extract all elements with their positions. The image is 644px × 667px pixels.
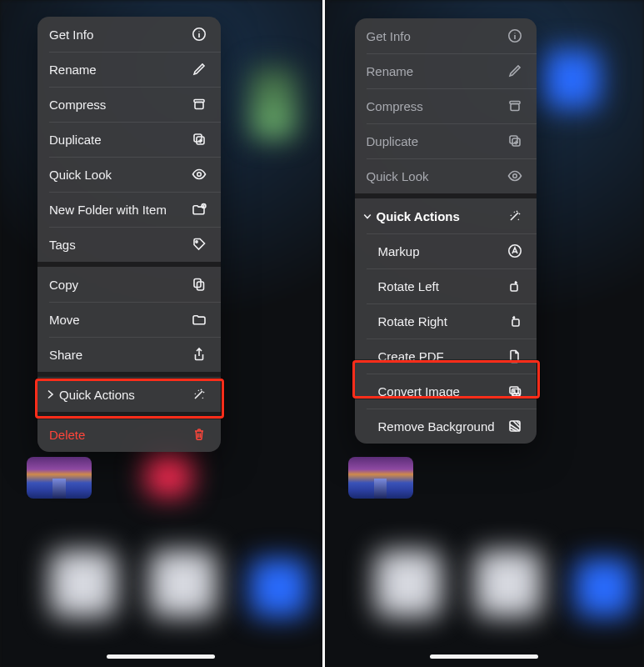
menu-item-get-info[interactable]: Get Info bbox=[37, 17, 221, 52]
context-menu: Get Info Rename Compress Duplicate Quick… bbox=[37, 17, 221, 452]
menu-label: Convert Image bbox=[367, 384, 460, 399]
menu-label: Copy bbox=[49, 278, 78, 292]
menu-label: Compress bbox=[49, 98, 106, 112]
menu-item-duplicate[interactable]: Duplicate bbox=[355, 123, 537, 158]
menu-label: Quick Actions bbox=[59, 388, 135, 402]
wand-icon bbox=[507, 208, 523, 224]
tag-icon bbox=[191, 236, 207, 253]
context-menu-expanded: Get Info Rename Compress Duplicate Quick… bbox=[355, 18, 537, 444]
selected-image-thumbnail[interactable] bbox=[348, 457, 413, 499]
rotate-left-icon bbox=[507, 278, 523, 294]
menu-section-quick-actions-expanded: Quick Actions Markup Rotate Left Rotate … bbox=[355, 193, 537, 444]
menu-section-quick-actions: Quick Actions bbox=[37, 372, 221, 412]
folder-plus-icon bbox=[191, 201, 207, 218]
rotate-right-icon bbox=[507, 313, 523, 329]
trash-icon bbox=[191, 426, 207, 443]
home-indicator bbox=[430, 654, 538, 659]
menu-label: Rotate Left bbox=[367, 279, 439, 293]
menu-item-quick-actions[interactable]: Quick Actions bbox=[37, 377, 221, 412]
bg-blob bbox=[542, 50, 600, 108]
menu-item-rotate-left[interactable]: Rotate Left bbox=[355, 268, 537, 303]
menu-label: Rename bbox=[367, 64, 414, 78]
menu-label: Duplicate bbox=[49, 133, 102, 147]
home-indicator bbox=[107, 654, 215, 659]
menu-label: Rename bbox=[49, 63, 97, 77]
menu-label: Compress bbox=[367, 99, 423, 113]
bg-dock-item bbox=[575, 559, 633, 617]
archive-icon bbox=[507, 98, 523, 114]
menu-item-remove-background[interactable]: Remove Background bbox=[355, 409, 537, 444]
menu-item-duplicate[interactable]: Duplicate bbox=[37, 122, 221, 157]
menu-label: Share bbox=[49, 348, 82, 362]
eye-icon bbox=[507, 168, 523, 184]
bg-dock-item bbox=[250, 559, 308, 617]
menu-label: Get Info bbox=[49, 28, 93, 42]
menu-item-markup[interactable]: Markup bbox=[355, 233, 537, 268]
menu-item-tags[interactable]: Tags bbox=[37, 227, 221, 262]
svg-point-12 bbox=[514, 33, 515, 33]
menu-label: Quick Actions bbox=[377, 209, 460, 223]
svg-point-1 bbox=[198, 31, 199, 32]
menu-label: Move bbox=[49, 313, 80, 327]
menu-item-rename[interactable]: Rename bbox=[355, 53, 537, 88]
wand-icon bbox=[191, 386, 207, 403]
menu-label: Markup bbox=[367, 244, 420, 258]
images-icon bbox=[507, 383, 523, 399]
pencil-icon bbox=[191, 61, 207, 78]
menu-item-delete[interactable]: Delete bbox=[37, 417, 221, 452]
markup-icon bbox=[507, 243, 523, 259]
selected-image-thumbnail[interactable] bbox=[27, 457, 92, 499]
svg-rect-20 bbox=[512, 319, 519, 326]
menu-label: Remove Background bbox=[367, 419, 495, 434]
svg-rect-3 bbox=[195, 103, 203, 109]
menu-section-danger: Delete bbox=[37, 412, 221, 452]
svg-point-17 bbox=[512, 174, 517, 178]
menu-item-share[interactable]: Share bbox=[37, 337, 221, 372]
menu-item-compress[interactable]: Compress bbox=[355, 88, 537, 123]
remove-bg-icon bbox=[507, 418, 523, 434]
right-panel: Get Info Rename Compress Duplicate Quick… bbox=[322, 0, 645, 667]
menu-label: New Folder with Item bbox=[49, 203, 167, 217]
duplicate-icon bbox=[507, 133, 523, 149]
menu-item-rename[interactable]: Rename bbox=[37, 52, 221, 87]
menu-label: Create PDF bbox=[367, 349, 444, 364]
document-icon bbox=[507, 348, 523, 364]
menu-item-copy[interactable]: Copy bbox=[37, 267, 221, 302]
eye-icon bbox=[191, 166, 207, 183]
svg-rect-19 bbox=[511, 284, 517, 291]
menu-item-rotate-right[interactable]: Rotate Right bbox=[355, 303, 537, 339]
bg-dock-item bbox=[475, 550, 542, 617]
info-icon bbox=[191, 26, 207, 43]
menu-label: Delete bbox=[49, 428, 85, 442]
menu-label: Rotate Right bbox=[367, 314, 447, 328]
menu-label: Quick Look bbox=[367, 169, 429, 183]
bg-red-thumb bbox=[146, 450, 192, 496]
archive-icon bbox=[191, 96, 207, 113]
bg-dock-item bbox=[375, 550, 442, 617]
copy-icon bbox=[191, 276, 207, 293]
menu-section-info-dim: Get Info Rename Compress Duplicate Quick… bbox=[355, 18, 537, 193]
menu-item-new-folder[interactable]: New Folder with Item bbox=[37, 192, 221, 227]
menu-item-get-info[interactable]: Get Info bbox=[355, 18, 537, 53]
chevron-right-icon bbox=[46, 389, 54, 399]
menu-item-create-pdf[interactable]: Create PDF bbox=[355, 339, 537, 374]
quick-actions-header[interactable]: Quick Actions bbox=[355, 198, 537, 233]
menu-label: Tags bbox=[49, 238, 76, 252]
menu-label: Quick Look bbox=[49, 168, 112, 182]
share-icon bbox=[191, 346, 207, 363]
chevron-down-icon bbox=[363, 213, 372, 220]
menu-item-compress[interactable]: Compress bbox=[37, 87, 221, 122]
bg-dock-item bbox=[50, 550, 117, 617]
folder-icon bbox=[191, 311, 207, 328]
menu-item-move[interactable]: Move bbox=[37, 302, 221, 337]
menu-section-info: Get Info Rename Compress Duplicate Quick… bbox=[37, 17, 221, 262]
svg-point-8 bbox=[196, 241, 197, 243]
menu-label: Duplicate bbox=[367, 134, 419, 148]
menu-section-file: Copy Move Share bbox=[37, 262, 221, 372]
menu-item-quick-look[interactable]: Quick Look bbox=[355, 158, 537, 193]
pencil-icon bbox=[507, 63, 523, 79]
left-panel: Get Info Rename Compress Duplicate Quick… bbox=[0, 0, 322, 667]
menu-label: Get Info bbox=[367, 29, 411, 43]
menu-item-quick-look[interactable]: Quick Look bbox=[37, 157, 221, 192]
menu-item-convert-image[interactable]: Convert Image bbox=[355, 374, 537, 409]
